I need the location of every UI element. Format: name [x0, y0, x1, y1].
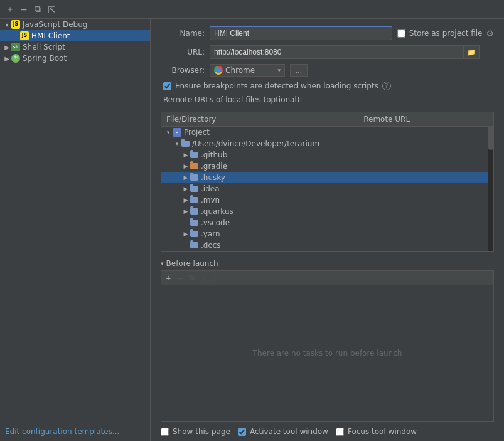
tree-arrow-quarkus: ▶	[181, 208, 190, 215]
url-input-wrapper: 📁	[210, 45, 480, 59]
name-label: Name:	[161, 29, 205, 38]
form-area: Name: Store as project file ⚙ URL: 📁	[151, 19, 504, 112]
main-layout: ▾ JS JavaScript Debug JS HMI Client ▶ sh…	[0, 19, 504, 441]
tree-arrow-github: ▶	[181, 152, 190, 158]
folder-icon-yarn	[190, 231, 198, 237]
sidebar-item-label-hmi-client: HMI Client	[31, 31, 70, 40]
remote-urls-label: Remote URLs of local files (optional):	[163, 93, 303, 107]
sidebar-item-js-debug[interactable]: ▾ JS JavaScript Debug	[0, 19, 150, 30]
before-launch-edit-btn[interactable]: ✎	[186, 272, 198, 284]
store-label: Store as project file	[409, 29, 483, 38]
store-gear-icon[interactable]: ⚙	[486, 28, 494, 38]
file-tree-item-husky[interactable]: ▶ .husky	[161, 172, 493, 183]
file-tree-label-mvn: .mvn	[201, 196, 220, 205]
before-launch-add-btn[interactable]: +	[164, 272, 173, 284]
file-tree-item-mvn[interactable]: ▶ .mvn	[161, 194, 493, 206]
name-input[interactable]	[210, 26, 392, 40]
url-label: URL:	[161, 48, 205, 56]
remote-urls-row: Remote URLs of local files (optional):	[161, 95, 494, 104]
file-tree-item-github[interactable]: ▶ .github	[161, 149, 493, 161]
js-icon: JS	[11, 20, 20, 29]
before-launch-section: ▾ Before launch + − ✎ ↑ ↓ There are no t…	[161, 257, 494, 422]
remove-icon[interactable]: −	[19, 4, 29, 14]
copy-icon[interactable]: ⧉	[33, 4, 43, 14]
file-table-header: File/Directory Remote URL	[161, 112, 493, 127]
before-launch-down-btn[interactable]: ↓	[211, 272, 219, 284]
before-launch-title: Before launch	[166, 259, 218, 268]
store-checkbox[interactable]	[397, 29, 405, 38]
ensure-breakpoints-checkbox[interactable]	[163, 82, 171, 90]
no-tasks-message: There are no tasks to run before launch	[253, 349, 402, 358]
browser-row: Browser: Chrome ▾ ...	[161, 64, 494, 77]
folder-icon-gradle	[190, 163, 198, 169]
edit-templates-link[interactable]: Edit configuration templates...	[5, 427, 119, 436]
sidebar-item-shell-script[interactable]: ▶ sh Shell Script	[0, 41, 150, 53]
before-launch-remove-btn[interactable]: −	[175, 272, 184, 284]
file-tree-label-project: Project	[184, 128, 210, 137]
browser-select[interactable]: Chrome ▾	[210, 64, 285, 77]
activate-tool-group: Activate tool window	[238, 427, 328, 436]
browser-more-button[interactable]: ...	[290, 64, 308, 77]
tree-arrow-husky: ▶	[181, 174, 190, 181]
file-tree-item-project[interactable]: ▾ P Project	[161, 127, 493, 138]
browser-dropdown-arrow: ▾	[277, 67, 281, 73]
activate-tool-checkbox[interactable]	[238, 428, 246, 436]
show-page-checkbox[interactable]	[161, 428, 169, 436]
sidebar-item-spring-boot[interactable]: ▶ 🍃 Spring Boot	[0, 53, 150, 64]
sidebar-item-hmi-client[interactable]: JS HMI Client	[0, 30, 150, 41]
name-row: Name:	[161, 26, 392, 40]
tree-arrow-idea: ▶	[181, 186, 190, 192]
file-tree-item-terarium[interactable]: ▾ /Users/dvince/Developer/terarium	[161, 138, 493, 149]
focus-tool-group: Focus tool window	[336, 427, 417, 436]
tree-arrow-terarium: ▾	[173, 141, 181, 147]
help-icon[interactable]: ?	[382, 82, 391, 90]
file-tree-label-gradle: .gradle	[201, 162, 227, 171]
file-tree-label-idea: .idea	[201, 184, 220, 193]
before-launch-header[interactable]: ▾ Before launch	[161, 257, 494, 270]
expand-arrow-shell: ▶	[3, 44, 11, 51]
file-tree-label-husky: .husky	[201, 173, 225, 182]
file-tree-item-vscode[interactable]: .vscode	[161, 217, 493, 228]
sidebar-item-label-shell: Shell Script	[23, 43, 65, 51]
remote-url-column-header: Remote URL	[358, 112, 493, 126]
focus-tool-label: Focus tool window	[348, 427, 417, 436]
file-dir-column-header: File/Directory	[161, 112, 358, 126]
before-launch-up-btn[interactable]: ↑	[200, 272, 208, 284]
js-icon-hmi: JS	[20, 31, 29, 40]
right-panel: Name: Store as project file ⚙ URL: 📁	[151, 19, 504, 441]
show-page-label: Show this page	[173, 427, 230, 436]
file-tree-label-github: .github	[201, 151, 227, 159]
name-store-row: Name: Store as project file ⚙	[161, 26, 494, 40]
tree-arrow-yarn: ▶	[181, 231, 190, 237]
file-tree-item-docs[interactable]: .docs	[161, 240, 493, 251]
spring-icon: 🍃	[11, 54, 20, 63]
expand-icon[interactable]: ⇱	[46, 4, 56, 14]
file-tree-label-yarn: .yarn	[201, 230, 220, 238]
scrollbar-track[interactable]	[488, 112, 493, 251]
url-browse-button[interactable]: 📁	[463, 45, 480, 59]
add-icon[interactable]: ＋	[5, 4, 15, 14]
file-tree-label-docs: .docs	[201, 241, 221, 250]
file-tree-item-idea[interactable]: ▶ .idea	[161, 183, 493, 194]
scrollbar-thumb[interactable]	[488, 125, 493, 150]
file-tree-item-yarn[interactable]: ▶ .yarn	[161, 228, 493, 240]
file-tree-item-gradle[interactable]: ▶ .gradle	[161, 161, 493, 172]
file-tree-label-quarkus: .quarkus	[201, 207, 233, 216]
folder-icon-github	[190, 152, 198, 158]
browser-label: Browser:	[161, 66, 205, 75]
before-launch-toolbar: + − ✎ ↑ ↓	[161, 270, 494, 285]
folder-icon-quarkus	[190, 208, 198, 215]
sidebar-item-label-spring: Spring Boot	[23, 54, 67, 63]
file-tree-item-quarkus[interactable]: ▶ .quarkus	[161, 206, 493, 217]
before-launch-arrow: ▾	[161, 260, 164, 267]
folder-icon-mvn	[190, 197, 198, 203]
folder-icon-idea	[190, 186, 198, 192]
tree-arrow-mvn: ▶	[181, 197, 190, 203]
tree-arrow-gradle: ▶	[181, 163, 190, 169]
url-input[interactable]	[210, 45, 463, 59]
folder-icon-vscode	[190, 220, 198, 226]
bottom-bar: Show this page Activate tool window Focu…	[151, 422, 504, 441]
activate-tool-label: Activate tool window	[250, 427, 328, 436]
show-page-group: Show this page	[161, 427, 230, 436]
focus-tool-checkbox[interactable]	[336, 428, 344, 436]
